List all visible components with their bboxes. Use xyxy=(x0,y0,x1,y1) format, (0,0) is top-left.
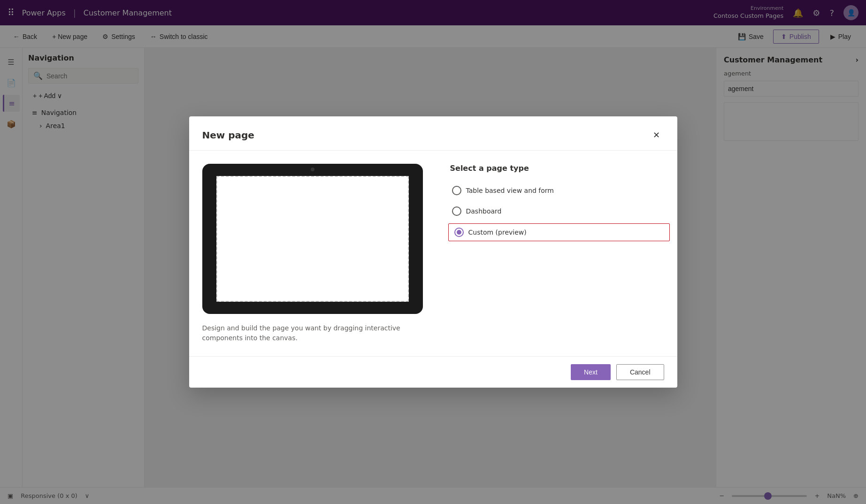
modal-close-button[interactable]: ✕ xyxy=(649,128,664,143)
modal-header: New page ✕ xyxy=(189,116,677,151)
cancel-button[interactable]: Cancel xyxy=(616,364,664,380)
option-custom[interactable]: Custom (preview) xyxy=(448,223,670,241)
tablet-camera xyxy=(311,168,314,171)
tablet-preview xyxy=(202,164,423,314)
option-table-label: Table based view and form xyxy=(466,187,554,194)
option-table[interactable]: Table based view and form xyxy=(450,182,664,199)
option-dashboard-label: Dashboard xyxy=(466,207,502,215)
option-custom-label: Custom (preview) xyxy=(468,229,527,236)
option-dashboard[interactable]: Dashboard xyxy=(450,203,664,220)
modal-options-section: Select a page type Table based view and … xyxy=(450,164,664,343)
modal-overlay: New page ✕ Design and build the page you… xyxy=(0,0,866,504)
radio-table[interactable] xyxy=(452,186,461,195)
modal-footer: Next Cancel xyxy=(189,356,677,388)
preview-description: Design and build the page you want by dr… xyxy=(202,323,428,343)
modal-preview-section: Design and build the page you want by dr… xyxy=(202,164,428,343)
modal-title: New page xyxy=(202,130,254,141)
modal-body: Design and build the page you want by dr… xyxy=(189,151,677,356)
new-page-modal: New page ✕ Design and build the page you… xyxy=(189,116,677,388)
radio-dashboard[interactable] xyxy=(452,206,461,216)
page-type-label: Select a page type xyxy=(450,164,664,173)
tablet-screen xyxy=(216,176,409,302)
next-button[interactable]: Next xyxy=(571,364,611,380)
radio-custom[interactable] xyxy=(454,228,464,237)
